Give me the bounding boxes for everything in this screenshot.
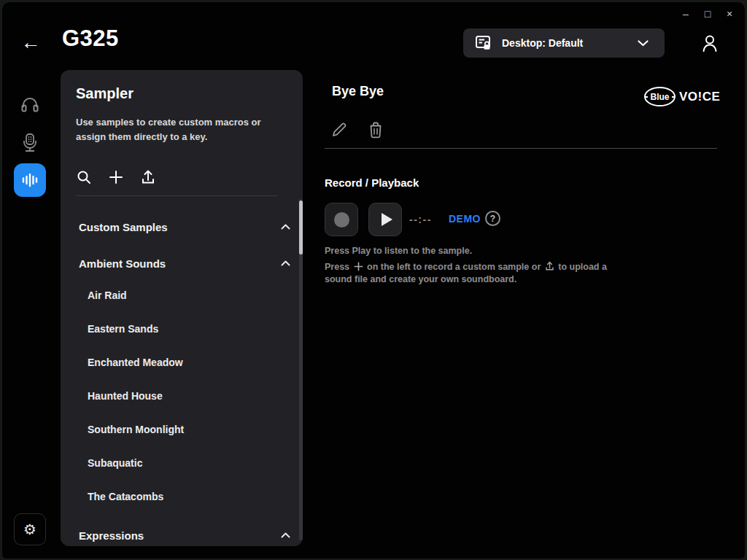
list-item[interactable]: Air Raid (88, 287, 277, 304)
question-icon: ? (490, 214, 495, 224)
app-window: – □ × ← G325 Desktop: Default (2, 2, 745, 559)
blue-voice-logo: Blue VO!CE (644, 87, 720, 106)
upload-sample-button[interactable] (140, 169, 156, 185)
waveform-icon (20, 171, 39, 190)
hint-record-text: Press on the left to record a custom sam… (325, 261, 627, 286)
page-title: G325 (62, 26, 119, 52)
panel-description: Use samples to create custom macros or a… (76, 115, 289, 144)
record-button[interactable] (325, 203, 358, 236)
maximize-button[interactable]: □ (697, 5, 719, 23)
blue-oval-text: Blue (650, 92, 669, 102)
record-icon (334, 212, 349, 228)
sampler-panel: Sampler Use samples to create custom mac… (61, 70, 303, 546)
window-controls: – □ × (675, 5, 740, 23)
headset-icon (20, 95, 39, 114)
play-button[interactable] (368, 203, 402, 236)
profile-dropdown-label: Desktop: Default (502, 37, 583, 49)
group-label: Expressions (79, 529, 144, 542)
minimize-button[interactable]: – (675, 5, 697, 23)
microphone-icon (20, 133, 39, 153)
hint-play-text: Press Play to listen to the sample. (325, 246, 472, 256)
help-button[interactable]: ? (485, 211, 500, 226)
chevron-up-icon (281, 224, 290, 230)
sample-title: Bye Bye (332, 84, 384, 99)
list-item[interactable]: Subaquatic (88, 454, 277, 472)
upload-inline-icon (545, 261, 554, 271)
gear-icon: ⚙ (23, 521, 36, 538)
close-button[interactable]: × (719, 5, 740, 23)
search-button[interactable] (76, 169, 92, 185)
list-item[interactable]: Enchanted Meadow (88, 354, 277, 371)
record-playback-title: Record / Playback (325, 176, 419, 189)
plus-icon (109, 170, 123, 184)
list-item[interactable]: Southern Moonlight (88, 421, 277, 438)
list-item[interactable]: Eastern Sands (88, 320, 277, 338)
delete-sample-button[interactable] (368, 121, 385, 139)
group-label: Custom Samples (79, 221, 168, 233)
hint-prefix: Press (325, 262, 349, 272)
search-icon (77, 170, 91, 184)
profile-dropdown[interactable]: Desktop: Default (463, 28, 665, 58)
scrollbar-track[interactable] (299, 199, 303, 540)
user-account-button[interactable] (698, 31, 721, 55)
voice-wordmark: VO!CE (679, 90, 720, 104)
tab-headset[interactable] (14, 88, 46, 120)
demo-badge: DEMO (449, 213, 481, 225)
group-label: Ambient Sounds (79, 257, 166, 270)
hint-mid: on the left to record a custom sample or (367, 262, 541, 272)
chevron-up-icon (281, 260, 290, 266)
group-ambient-sounds[interactable]: Ambient Sounds (79, 254, 290, 272)
group-expressions[interactable]: Expressions (79, 526, 290, 544)
group-custom-samples[interactable]: Custom Samples (79, 218, 290, 236)
user-icon (700, 33, 720, 53)
panel-title: Sampler (76, 85, 133, 102)
play-icon (382, 213, 392, 226)
desktop-lock-icon (476, 36, 493, 50)
trash-icon (368, 121, 385, 139)
time-display: --:-- (409, 214, 432, 225)
content-divider (325, 148, 717, 149)
chevron-up-icon (281, 532, 290, 538)
tab-microphone[interactable] (14, 127, 46, 159)
tab-sampler-active[interactable] (14, 163, 46, 197)
upload-icon (141, 169, 155, 185)
panel-divider (76, 195, 278, 196)
plus-inline-icon (354, 262, 363, 271)
edit-sample-button[interactable] (330, 121, 348, 139)
blue-oval-badge: Blue (644, 87, 676, 106)
list-item[interactable]: The Catacombs (88, 488, 277, 505)
scrollbar-thumb[interactable] (299, 201, 303, 254)
back-button[interactable]: ← (18, 30, 43, 55)
pencil-icon (330, 121, 348, 139)
add-sample-button[interactable] (108, 169, 124, 185)
chevron-down-icon (638, 40, 649, 47)
list-item[interactable]: Haunted House (88, 387, 277, 405)
settings-button[interactable]: ⚙ (14, 513, 46, 545)
